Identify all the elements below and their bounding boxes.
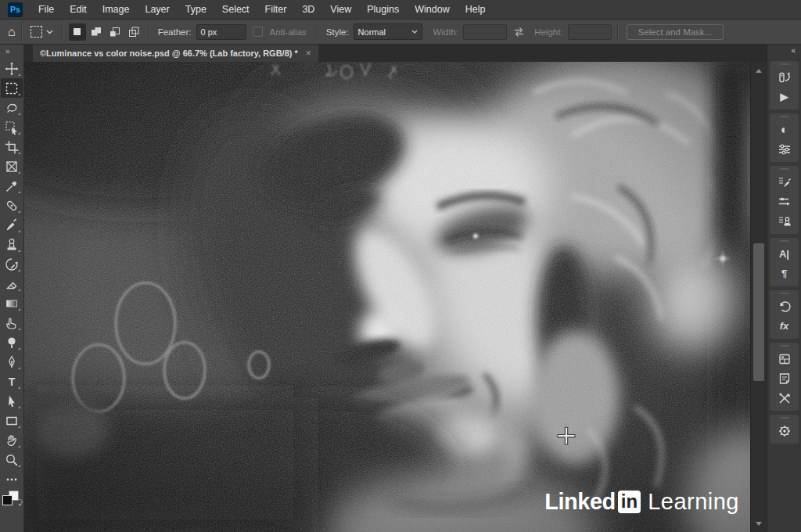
- edit-toolbar-ellipsis[interactable]: [1, 469, 23, 489]
- subtract-selection-icon: [110, 27, 120, 37]
- style-dropdown[interactable]: Normal: [354, 23, 422, 40]
- tool-gradient[interactable]: [1, 293, 23, 313]
- swap-colors-icon[interactable]: ⤸: [19, 498, 23, 507]
- panel-dock: « ▶ ◐ A| ¶ fx: [767, 45, 801, 532]
- brushes-panel-icon[interactable]: [774, 192, 795, 211]
- tool-options-bar: ⌂ Feather: 0 px Anti-alias Style: Normal: [0, 20, 801, 45]
- tool-eyedropper[interactable]: [1, 176, 23, 196]
- home-icon[interactable]: ⌂: [8, 26, 16, 38]
- height-label: Height:: [534, 27, 562, 37]
- photoshop-window: Ps File Edit Image Layer Type Select Fil…: [0, 0, 801, 532]
- linkedin-wordmark: Linked: [544, 491, 615, 513]
- panel-collapse-chevron[interactable]: «: [767, 45, 801, 59]
- tool-brush[interactable]: [1, 215, 23, 235]
- menu-window[interactable]: Window: [407, 0, 457, 19]
- color-swatches[interactable]: ⤸: [2, 491, 22, 509]
- canvas-image[interactable]: Linked in Learning: [24, 62, 750, 532]
- vertical-scrollbar[interactable]: [750, 62, 767, 532]
- panel-group-navigator: [770, 415, 799, 444]
- history-panel-icon[interactable]: [774, 67, 795, 87]
- add-to-selection-button[interactable]: [88, 23, 105, 41]
- select-and-mask-button[interactable]: Select and Mask...: [627, 24, 724, 40]
- divider: [62, 23, 63, 41]
- tools-panel: » T ⤸: [0, 45, 24, 532]
- brush-settings-panel-icon[interactable]: [774, 172, 795, 192]
- tool-path-selection[interactable]: [1, 391, 23, 411]
- navigator-panel-icon[interactable]: [774, 421, 795, 440]
- tool-history-brush[interactable]: [1, 254, 23, 274]
- tool-object-selection[interactable]: [1, 117, 23, 137]
- tool-spot-healing-brush[interactable]: [1, 196, 23, 215]
- tool-frame[interactable]: [1, 156, 23, 176]
- undo-history-panel-icon[interactable]: [774, 297, 795, 316]
- add-selection-icon: [91, 27, 102, 37]
- menu-file[interactable]: File: [31, 0, 62, 19]
- tool-type[interactable]: T: [1, 372, 23, 391]
- panel-group-type: A| ¶: [770, 238, 799, 286]
- layer-styles-panel-icon[interactable]: fx: [774, 316, 795, 336]
- swap-dimensions-icon[interactable]: [513, 27, 525, 37]
- foreground-color-swatch[interactable]: [2, 495, 13, 505]
- menu-help[interactable]: Help: [458, 0, 494, 19]
- actions-panel-icon[interactable]: ▶: [774, 87, 795, 106]
- panel-group-misc: [770, 343, 799, 411]
- document-tab[interactable]: © Luminance vs color noise.psd @ 66.7% (…: [33, 45, 318, 62]
- layer-comps-panel-icon[interactable]: [774, 349, 795, 368]
- scrollbar-thumb[interactable]: [753, 243, 764, 381]
- tool-lasso[interactable]: [1, 98, 23, 117]
- properties-panel-icon[interactable]: [774, 139, 795, 159]
- scroll-down-button[interactable]: [751, 518, 767, 529]
- adjustments-panel-icon[interactable]: ◐: [774, 120, 795, 139]
- tool-crop[interactable]: [1, 137, 23, 156]
- notes-panel-icon[interactable]: [774, 368, 795, 388]
- tool-clone-stamp[interactable]: [1, 235, 23, 254]
- menu-layer[interactable]: Layer: [137, 0, 177, 19]
- tool-smudge[interactable]: [1, 313, 23, 332]
- marquee-preset-icon: [31, 26, 42, 38]
- menu-select[interactable]: Select: [214, 0, 257, 19]
- scroll-up-button[interactable]: [751, 65, 767, 76]
- menu-image[interactable]: Image: [95, 0, 138, 19]
- character-panel-icon[interactable]: A|: [774, 244, 795, 264]
- tool-pen[interactable]: [1, 352, 23, 372]
- tool-zoom[interactable]: [1, 450, 23, 469]
- antialias-checkbox[interactable]: [253, 27, 263, 37]
- menu-filter[interactable]: Filter: [257, 0, 295, 19]
- tool-dodge[interactable]: [1, 332, 23, 352]
- learning-wordmark: Learning: [648, 491, 739, 513]
- feather-label: Feather:: [158, 27, 192, 37]
- menu-edit[interactable]: Edit: [62, 0, 95, 19]
- tool-presets-panel-icon[interactable]: [774, 388, 795, 408]
- scroll-up-icon: [756, 69, 762, 73]
- new-selection-button[interactable]: [69, 23, 86, 41]
- intersect-selection-icon: [128, 27, 139, 37]
- document-title: Luminance vs color noise.psd @ 66.7% (La…: [46, 49, 298, 58]
- toolbar-collapse-chevron[interactable]: »: [0, 45, 23, 59]
- portrait-photo: [24, 62, 750, 532]
- tool-rectangular-marquee[interactable]: [1, 78, 23, 98]
- tool-hand[interactable]: [1, 430, 23, 450]
- paragraph-panel-icon[interactable]: ¶: [774, 264, 795, 283]
- document-tab-bar: © Luminance vs color noise.psd @ 66.7% (…: [24, 45, 767, 62]
- feather-input[interactable]: 0 px: [196, 24, 246, 40]
- width-input[interactable]: [463, 24, 507, 40]
- intersect-selection-button[interactable]: [125, 23, 142, 41]
- height-input[interactable]: [568, 24, 612, 40]
- tool-move[interactable]: [1, 59, 23, 78]
- clone-source-panel-icon[interactable]: [774, 211, 795, 231]
- panel-group-brushes: [770, 166, 799, 234]
- menu-type[interactable]: Type: [178, 0, 214, 19]
- menu-3d[interactable]: 3D: [294, 0, 322, 19]
- menu-plugins[interactable]: Plugins: [359, 0, 407, 19]
- tool-preset-picker[interactable]: [27, 23, 56, 40]
- linkedin-learning-watermark: Linked in Learning: [544, 491, 739, 513]
- style-label: Style:: [326, 27, 349, 37]
- width-label: Width:: [433, 27, 459, 37]
- tool-rectangle-shape[interactable]: [1, 411, 23, 430]
- divider: [617, 23, 618, 41]
- chevron-down-icon: [411, 30, 418, 34]
- close-tab-icon[interactable]: ×: [306, 48, 311, 59]
- tool-eraser[interactable]: [1, 274, 23, 293]
- subtract-from-selection-button[interactable]: [106, 23, 124, 41]
- menu-view[interactable]: View: [322, 0, 359, 19]
